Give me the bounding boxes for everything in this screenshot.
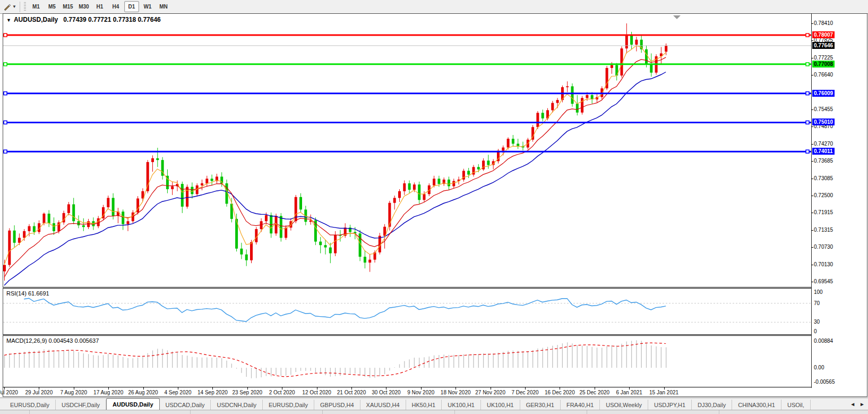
candle-body xyxy=(334,235,337,254)
price-tick-label: 0.69545 xyxy=(814,278,833,284)
price-line-label: 0.74011 xyxy=(812,148,835,155)
rsi-panel-title: RSI(14) 61.6691 xyxy=(6,290,49,297)
candle-body xyxy=(72,204,75,221)
price-line-label: 0.75010 xyxy=(812,119,835,125)
price-tick-label: 0.72500 xyxy=(814,192,833,198)
candle-body xyxy=(3,265,6,271)
price-tick-mark xyxy=(811,213,813,213)
macd-panel-title: MACD(12,26,9) 0.004543 0.005637 xyxy=(6,337,99,344)
macd-axis-label: 0.00 xyxy=(814,365,824,370)
rsi-axis-label: 100 xyxy=(814,289,823,295)
price-tick-label: 0.70130 xyxy=(814,261,833,267)
price-line-label: 0.76009 xyxy=(812,90,835,97)
price-tick-mark xyxy=(811,196,813,196)
candle-body xyxy=(285,227,287,238)
hline-anchor[interactable] xyxy=(4,92,7,95)
candle-body xyxy=(122,212,124,224)
candle-body xyxy=(319,242,322,246)
hline-anchor[interactable] xyxy=(806,63,809,66)
candle-body xyxy=(502,148,504,151)
candle-body xyxy=(467,171,470,174)
candle-body xyxy=(482,160,485,169)
candle-body xyxy=(82,225,85,227)
oneclick-collapse-icon[interactable]: ▼ xyxy=(6,18,11,23)
hline-anchor[interactable] xyxy=(4,121,7,124)
hline-anchor[interactable] xyxy=(4,150,7,153)
candle-body xyxy=(28,226,31,231)
chart-shift-marker-icon[interactable] xyxy=(673,15,681,19)
candle-body xyxy=(611,65,613,67)
rsi-macd-separator[interactable] xyxy=(3,334,812,336)
candle-body xyxy=(551,103,554,111)
price-tick-label: 0.71315 xyxy=(814,227,833,233)
price-tick-label: 0.73085 xyxy=(814,175,833,181)
hline-anchor[interactable] xyxy=(806,33,809,37)
hline-anchor[interactable] xyxy=(806,92,809,95)
price-tick-mark xyxy=(811,23,813,24)
candle-body xyxy=(265,215,268,222)
macd-layer xyxy=(4,340,666,378)
candle-body xyxy=(23,231,25,238)
candle-body xyxy=(571,86,574,104)
hline-anchor[interactable] xyxy=(806,150,809,153)
candle-body xyxy=(201,183,203,185)
price-tick-mark xyxy=(811,75,813,75)
candle-body xyxy=(393,198,396,202)
price-tick-label: 0.70730 xyxy=(814,244,833,250)
candle-body xyxy=(156,158,159,160)
price-axis-border xyxy=(811,13,812,388)
price-tick-mark xyxy=(811,40,813,41)
candle-body xyxy=(42,214,45,223)
main-rsi-separator[interactable] xyxy=(3,287,812,289)
price-tick-label: 0.75455 xyxy=(814,106,833,112)
candle-body xyxy=(650,64,652,72)
candle-body xyxy=(403,183,406,191)
candle-body xyxy=(413,184,416,190)
candle-body xyxy=(586,95,588,98)
candle-body xyxy=(48,214,50,223)
candle-body xyxy=(171,186,174,189)
candle-body xyxy=(329,248,332,254)
price-tick-mark xyxy=(811,161,813,162)
candle-body xyxy=(635,40,638,45)
candle-body xyxy=(477,167,480,169)
macd-axis-label: -0.00565 xyxy=(814,379,835,385)
candle-body xyxy=(255,229,257,242)
candle-body xyxy=(487,160,489,165)
candle-body xyxy=(452,181,455,187)
candle-body xyxy=(542,113,544,118)
candle-body xyxy=(536,113,539,127)
hline-anchor[interactable] xyxy=(4,33,7,37)
price-tick-label: 0.77225 xyxy=(814,55,833,61)
price-tick-mark xyxy=(811,230,813,231)
rsi-line xyxy=(24,298,666,322)
price-line-label: 0.77646 xyxy=(812,42,835,49)
candle-body xyxy=(324,245,327,247)
candle-body xyxy=(364,257,366,263)
candle-body xyxy=(18,238,21,242)
macd-axis-label: 0.00884 xyxy=(814,338,833,344)
candle-body xyxy=(240,249,243,255)
hline-anchor[interactable] xyxy=(806,121,809,124)
price-line-label: 0.77008 xyxy=(812,61,835,67)
candle-body xyxy=(245,255,248,260)
candle-body xyxy=(448,180,450,187)
candle-body xyxy=(581,98,583,112)
rsi-axis-label: 70 xyxy=(814,300,820,306)
price-tick-mark xyxy=(811,126,813,127)
chart-symbol-label: AUDUSD,Daily xyxy=(14,16,58,23)
candle-body xyxy=(437,179,440,184)
chart-plot-surface[interactable] xyxy=(0,0,868,414)
price-tick-mark xyxy=(811,144,813,145)
candle-body xyxy=(299,197,302,210)
hline-anchor[interactable] xyxy=(4,63,7,66)
candle-body xyxy=(250,242,253,260)
candle-body xyxy=(112,198,115,216)
candle-body xyxy=(147,162,149,191)
candle-body xyxy=(280,216,282,238)
candle-body xyxy=(8,231,11,265)
candle-body xyxy=(556,100,559,103)
candle-body xyxy=(181,184,184,207)
candle-body xyxy=(107,198,109,207)
horizontal-lines-layer xyxy=(3,33,811,153)
